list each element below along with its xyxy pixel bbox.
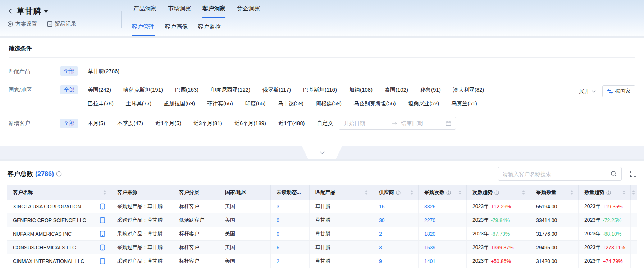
unread-count-link[interactable]: 0 bbox=[277, 217, 279, 223]
country-filter-item[interactable]: 美国(242) bbox=[88, 85, 111, 94]
filter-country-all-chip[interactable]: 全部 bbox=[60, 85, 78, 94]
scheme-settings-button[interactable]: 方案设置 bbox=[7, 20, 37, 27]
customer-card-icon[interactable] bbox=[100, 258, 105, 264]
purchase-times-link[interactable]: 1401 bbox=[424, 258, 435, 264]
customer-country: 美国 bbox=[219, 254, 271, 268]
tab-competitor-insight[interactable]: 竞企洞察 bbox=[237, 0, 260, 18]
customer-card-icon[interactable] bbox=[100, 244, 105, 251]
custom-date-option[interactable]: 自定义 bbox=[317, 120, 333, 127]
country-filter-item[interactable]: 巴西(163) bbox=[175, 85, 198, 94]
unread-count-link[interactable]: 0 bbox=[277, 231, 279, 237]
col-purchase-times[interactable]: 采购次数 bbox=[419, 185, 467, 200]
filter-row-country: 国家/地区 全部 美国(242) 哈萨克斯坦(191) 巴西(163) 印度尼西… bbox=[9, 85, 635, 108]
new-customer-filter-item[interactable]: 近6个月(189) bbox=[234, 119, 266, 128]
fullscreen-icon[interactable] bbox=[630, 170, 637, 177]
country-filter-item[interactable]: 印度(66) bbox=[245, 99, 266, 108]
trade-records-button[interactable]: 贸易记录 bbox=[47, 20, 76, 27]
country-filter-item[interactable]: 哈萨克斯坦(191) bbox=[123, 85, 163, 94]
suppliers-link[interactable]: 30 bbox=[379, 217, 385, 223]
country-filter-item[interactable]: 泰国(102) bbox=[385, 85, 408, 94]
country-filter-item[interactable]: 乌干达(59) bbox=[278, 99, 303, 108]
col-purchase-qty[interactable]: 采购数量 bbox=[530, 185, 579, 200]
country-filter-item[interactable]: 秘鲁(91) bbox=[420, 85, 441, 94]
suppliers-link[interactable]: 3 bbox=[379, 245, 382, 250]
purchase-times-link[interactable]: 1820 bbox=[424, 231, 435, 237]
subtab-customer-monitor[interactable]: 客户监控 bbox=[198, 18, 221, 36]
customer-card-icon[interactable] bbox=[100, 217, 105, 223]
date-arrow-icon bbox=[392, 122, 397, 125]
trend-year: 2023年 bbox=[584, 203, 600, 210]
unread-count-link[interactable]: 6 bbox=[277, 245, 279, 250]
by-country-button[interactable]: 按国家 bbox=[602, 85, 635, 97]
col-country: 国家/地区 bbox=[219, 185, 271, 200]
country-filter-item[interactable]: 巴基斯坦(116) bbox=[303, 85, 337, 94]
suppliers-link[interactable]: 2 bbox=[379, 231, 382, 237]
table-row[interactable]: XINGFA USA CORPORATION 采购过产品：草甘膦 标杆客户 美国… bbox=[7, 200, 637, 213]
customer-card-icon[interactable] bbox=[100, 203, 105, 210]
trend-year: 2023年 bbox=[472, 203, 489, 210]
customer-tier: 标杆客户 bbox=[173, 200, 219, 213]
back-icon[interactable] bbox=[7, 8, 14, 14]
product-dropdown-icon[interactable] bbox=[44, 10, 48, 13]
purchase-qty: 31420.00 bbox=[530, 254, 579, 268]
col-customer-name[interactable]: 客户名称 bbox=[7, 185, 111, 200]
col-qty-trend[interactable]: 数量趋势 bbox=[579, 185, 631, 200]
country-filter-item[interactable]: 印度尼西亚(122) bbox=[211, 85, 250, 94]
tab-product-insight[interactable]: 产品洞察 bbox=[133, 0, 156, 18]
filter-product-all-chip[interactable]: 全部 bbox=[60, 66, 78, 76]
search-icon[interactable] bbox=[611, 171, 617, 177]
product-filter-item[interactable]: 草甘膦(2786) bbox=[88, 66, 119, 76]
customer-card-icon[interactable] bbox=[100, 231, 105, 237]
new-customer-filter-item[interactable]: 近1年(488) bbox=[278, 119, 305, 128]
sort-icon bbox=[103, 190, 106, 195]
col-times-trend[interactable]: 次数趋势 bbox=[467, 185, 530, 200]
filter-new-customer-all-chip[interactable]: 全部 bbox=[60, 119, 78, 128]
country-filter-item[interactable]: 乌克兰(51) bbox=[451, 99, 477, 108]
suppliers-link[interactable]: 16 bbox=[379, 204, 385, 209]
subtab-customer-management[interactable]: 客户管理 bbox=[132, 18, 155, 36]
country-filter-item[interactable]: 乌兹别克斯坦(56) bbox=[354, 99, 396, 108]
trend-percent: -88.10% bbox=[603, 231, 621, 237]
col-suppliers[interactable]: 供应商 bbox=[373, 185, 419, 200]
purchase-times-link[interactable]: 1539 bbox=[424, 245, 435, 250]
purchase-times-link[interactable]: 2270 bbox=[424, 217, 435, 223]
country-filter-item[interactable]: 土耳其(77) bbox=[126, 99, 152, 108]
end-date-field[interactable]: 结束日期 bbox=[401, 120, 446, 127]
new-customer-filter-item[interactable]: 近3个月(81) bbox=[193, 119, 222, 128]
unread-count-link[interactable]: 2 bbox=[277, 258, 279, 264]
date-range-picker[interactable]: 开始日期 结束日期 bbox=[339, 117, 456, 130]
purchase-times-link[interactable]: 3826 bbox=[424, 204, 435, 209]
suppliers-link[interactable]: 9 bbox=[379, 258, 382, 264]
unread-count-link[interactable]: 3 bbox=[277, 204, 279, 209]
expand-countries-toggle[interactable]: 展开 bbox=[579, 88, 596, 95]
tab-market-insight[interactable]: 市场洞察 bbox=[168, 0, 191, 18]
col-matched-product[interactable]: 匹配产品 bbox=[310, 185, 373, 200]
col-customer-tier: 客户分层 bbox=[173, 185, 219, 200]
customer-tier: 标杆客户 bbox=[173, 227, 219, 241]
matched-product: 草甘膦 bbox=[310, 227, 373, 241]
country-filter-item[interactable]: 俄罗斯(117) bbox=[262, 85, 291, 94]
new-customer-filter-item[interactable]: 本月(5) bbox=[88, 119, 105, 128]
search-input[interactable] bbox=[503, 171, 611, 177]
country-filter-item[interactable]: 孟加拉国(69) bbox=[164, 99, 195, 108]
table-row[interactable]: CONSUS CHEMICALS LLC 采购过产品：草甘膦 标杆客户 美国 6… bbox=[7, 241, 637, 254]
country-filter-item[interactable]: 坦桑尼亚(52) bbox=[408, 99, 439, 108]
new-customer-filter-item[interactable]: 近1个月(5) bbox=[155, 119, 181, 128]
purchase-qty: 55194.00 bbox=[530, 200, 579, 213]
tab-customer-insight[interactable]: 客户洞察 bbox=[202, 0, 225, 18]
collapse-filters-button[interactable] bbox=[302, 146, 342, 159]
country-filter-item[interactable]: 菲律宾(66) bbox=[207, 99, 233, 108]
country-filter-item[interactable]: 加纳(108) bbox=[349, 85, 373, 94]
new-customer-filter-item[interactable]: 本季度(47) bbox=[117, 119, 143, 128]
trade-records-icon bbox=[47, 21, 52, 27]
table-row[interactable]: NUFARM AMERICAS INC 采购过产品：草甘膦 标杆客户 美国 0 … bbox=[7, 227, 637, 241]
country-filter-item[interactable]: 巴拉圭(78) bbox=[88, 99, 114, 108]
table-row[interactable]: GENERIC CROP SCIENCE LLC 采购过产品：草甘膦 低活跃客户… bbox=[7, 213, 637, 227]
country-filter-item[interactable]: 澳大利亚(82) bbox=[453, 85, 484, 94]
customer-country: 美国 bbox=[219, 227, 271, 241]
subtab-customer-profile[interactable]: 客户画像 bbox=[165, 18, 188, 36]
customer-total-count: (2786) bbox=[35, 170, 54, 178]
country-filter-item[interactable]: 阿根廷(59) bbox=[316, 99, 342, 108]
start-date-field[interactable]: 开始日期 bbox=[343, 120, 388, 127]
table-row[interactable]: CINMAX INTERNATIONAL LLC 采购过产品：草甘膦 标杆客户 … bbox=[7, 254, 637, 268]
